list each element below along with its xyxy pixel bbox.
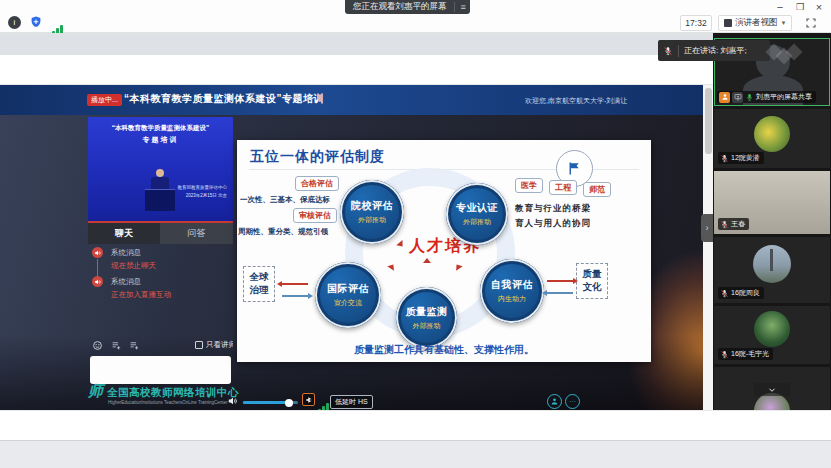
browser-addressbar: ← → ↻ huiyi.enetedu.com/LiveWacth/LiveQt… <box>0 55 713 85</box>
only-teacher-checkbox[interactable] <box>195 341 203 349</box>
tag-medicine: 医学 <box>515 178 543 193</box>
slide-title: 五位一体的评估制度 <box>250 148 385 166</box>
screen: 您正在观看刘惠平的屏幕 ≡ − ❒ × i 17:32 演讲者视图 ▼ 直播详情… <box>0 0 831 468</box>
page-title: “本科教育教学质量监测体系建设”专题培训 <box>124 92 324 106</box>
arrow <box>547 280 573 282</box>
page-header-banner: 播放中... “本科教育教学质量监测体系建设”专题培训 欢迎您,南京航空航天大学… <box>0 85 703 115</box>
mic-muted-icon <box>720 154 729 163</box>
feedback-icon[interactable]: ··· <box>565 394 580 409</box>
system-speaker-icon <box>92 276 103 287</box>
message-text: 现在禁止聊天 <box>111 261 156 271</box>
participant-name: 16院-毛宇光 <box>731 349 769 359</box>
arrow <box>282 295 308 297</box>
avatar <box>754 311 790 347</box>
box-quality-culture: 质量文化 <box>576 263 608 299</box>
training-center-name: 全国高校教师网络培训中心 <box>107 386 239 400</box>
mic-muted-icon <box>720 289 729 298</box>
speaker-podium <box>145 189 175 211</box>
message-text: 正在加入直播互动 <box>111 290 171 300</box>
participant-tile[interactable]: 12院黄潜 <box>714 109 830 168</box>
avatar <box>753 245 791 283</box>
arrowhead <box>542 290 547 296</box>
emoji-icon[interactable] <box>92 340 103 351</box>
timeline-connector <box>97 259 98 277</box>
mic-muted-icon <box>720 220 729 229</box>
desc-qualification: 一次性、三基本、保底达标 <box>240 195 330 205</box>
lecturer-video-player[interactable]: “本科教育教学质量监测体系建设” 专题培训 教育部教育质量评估中心 2023年2… <box>88 117 233 221</box>
fullscreen-icon[interactable] <box>805 17 817 29</box>
arrow <box>547 292 573 294</box>
desc-audit: 周期性、重分类、规范引领 <box>238 227 328 237</box>
tag-normal-education: 师范 <box>583 182 611 197</box>
participant-label: 王春 <box>718 218 749 230</box>
participant-name: 16院周良 <box>731 288 760 298</box>
minimize-button[interactable]: − <box>771 1 789 13</box>
watching-text: 您正在观看刘惠平的屏幕 <box>353 1 447 13</box>
desc-bridge: 教育与行业的桥梁 <box>515 203 591 215</box>
circle-institution-evaluation: 院校评估外部推动 <box>340 180 404 244</box>
participant-name: 12院黄潜 <box>731 153 760 163</box>
message-sender: 系统消息 <box>111 248 141 258</box>
participant-tile[interactable]: 16院-毛宇光 <box>714 306 830 364</box>
desc-synergy: 育人与用人的协同 <box>515 218 591 230</box>
presentation-slide: 五位一体的评估制度 人才培养 院校评估外部推动 专业认证外部推动 国际评估宣介交… <box>237 140 651 362</box>
browser-tabbar: 直播详情 × “本科教育教学质量监测体系... × + <box>0 33 713 55</box>
volume-slider-fill <box>243 401 288 404</box>
chevron-down-icon <box>767 385 777 395</box>
volume-slider[interactable] <box>243 401 298 404</box>
circle-international-evaluation: 国际评估宣介交流 <box>315 262 381 328</box>
announcement-icon[interactable] <box>111 340 122 351</box>
circle-professional-certification: 专业认证外部推动 <box>446 183 508 245</box>
message-list-icon[interactable] <box>129 340 140 351</box>
welcome-text: 欢迎您,南京航空航天大学-刘满让 <box>525 96 627 106</box>
video-caption: 2023年2月15日 北京 <box>186 193 227 198</box>
arrowhead <box>573 278 578 284</box>
meeting-timer: 17:32 <box>680 15 712 31</box>
menu-icon[interactable]: ≡ <box>454 2 466 12</box>
speaker-figure <box>151 177 169 189</box>
only-teacher-label[interactable]: 只看讲师 <box>206 340 233 350</box>
windows-taskbar: W S ∧ 8:51 2023/2/15 3 <box>0 440 831 468</box>
participant-label: 16院-毛宇光 <box>718 348 773 360</box>
watching-banner[interactable]: 您正在观看刘惠平的屏幕 ≡ <box>345 0 470 14</box>
scroll-more-indicator[interactable] <box>754 383 790 396</box>
message-sender: 系统消息 <box>111 277 141 287</box>
arrow <box>282 283 308 285</box>
quality-toggle-icon[interactable] <box>302 393 315 406</box>
circle-self-evaluation: 自我评估内生动力 <box>480 259 544 323</box>
collapse-sidebar-handle[interactable]: › <box>701 214 713 242</box>
tab-qa[interactable]: 问答 <box>160 223 233 244</box>
avatar-detail <box>770 249 773 271</box>
volume-slider-knob[interactable] <box>285 399 293 407</box>
circle-quality-monitoring: 质量监测外部推动 <box>396 287 457 348</box>
system-speaker-icon <box>92 247 103 258</box>
scrollbar-thumb[interactable] <box>705 88 712 154</box>
participants-sidebar: 刘惠平的屏幕共享 12院黄潜 王春 16院周良 <box>713 33 831 410</box>
tab-chat[interactable]: 聊天 <box>88 223 160 244</box>
close-button[interactable]: × <box>810 1 828 13</box>
meeting-info-icon[interactable]: i <box>8 16 21 29</box>
participant-label: 刘惠平的屏幕共享 <box>717 91 816 103</box>
training-center-logo: 师 <box>88 382 103 401</box>
participant-tile[interactable]: 16院周良 <box>714 237 830 303</box>
webpage: 播放中... “本科教育教学质量监测体系建设”专题培训 欢迎您,南京航空航天大学… <box>0 85 703 440</box>
chat-input[interactable] <box>90 356 231 384</box>
layout-icon <box>724 19 732 27</box>
tag-engineering: 工程 <box>549 180 577 195</box>
participant-tile[interactable]: 王春 <box>714 171 830 234</box>
arrowhead <box>277 281 282 287</box>
quality-selector[interactable]: 低延时 HS <box>330 395 373 409</box>
mic-muted-icon <box>663 46 673 56</box>
volume-icon[interactable] <box>227 395 239 407</box>
screen-share-icon <box>732 92 743 103</box>
tag-qualification-evaluation: 合格评估 <box>295 176 339 191</box>
participant-tile[interactable] <box>714 367 830 410</box>
training-center-name-en: HigherEducationInstitutions TeachersOnLi… <box>108 400 228 405</box>
mic-on-icon <box>745 93 754 102</box>
view-mode-label: 演讲者视图 <box>735 17 778 29</box>
restore-button[interactable]: ❒ <box>791 2 809 12</box>
service-icon[interactable] <box>547 394 562 409</box>
meeting-security-icon[interactable] <box>29 15 43 29</box>
view-mode-selector[interactable]: 演讲者视图 ▼ <box>718 15 792 31</box>
speaking-indicator: 正在讲话: 刘惠平; <box>658 40 770 61</box>
